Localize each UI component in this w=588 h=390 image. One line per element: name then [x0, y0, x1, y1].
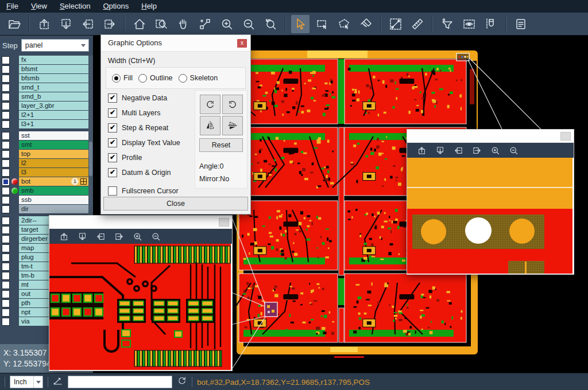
zoom-out-button[interactable] — [239, 15, 258, 33]
layer-visibility-checkbox[interactable] — [2, 299, 10, 307]
zoom-window-right[interactable] — [407, 129, 574, 275]
pan-right-button[interactable] — [470, 144, 483, 157]
layer-visibility-checkbox[interactable] — [2, 290, 10, 298]
pan-down-button[interactable] — [433, 144, 447, 157]
layer-row-l2[interactable]: l2 — [0, 159, 88, 167]
layer-visibility-checkbox[interactable] — [2, 217, 10, 225]
checkbox-display-text-value[interactable]: ✔Display Text Value — [108, 138, 180, 147]
reset-button[interactable]: Reset — [199, 138, 243, 152]
clean-brush-button[interactable] — [357, 15, 375, 33]
layer-row-l2+1[interactable]: l2+1 — [0, 111, 88, 119]
layer-visibility-checkbox[interactable] — [2, 159, 10, 167]
layer-visibility-checkbox[interactable] — [2, 253, 10, 262]
pan-right-button[interactable] — [100, 15, 119, 33]
layer-row-bfsmb[interactable]: bfsmb — [0, 74, 88, 83]
rotate-cw-button[interactable] — [200, 95, 220, 114]
zoom-area-button[interactable] — [152, 15, 171, 33]
layer-visibility-checkbox[interactable] — [2, 93, 10, 101]
zoom-previous-button[interactable] — [261, 15, 280, 33]
radio-skeleton[interactable]: Skeleton — [179, 74, 218, 83]
zoom-in-button[interactable] — [488, 144, 502, 157]
zoom-window-viewport[interactable] — [407, 158, 572, 274]
layer-row-l3+1[interactable]: l3+1 — [0, 120, 88, 128]
layer-row-sst[interactable]: sst — [0, 131, 88, 140]
layer-visibility-checkbox[interactable] — [2, 65, 10, 73]
layer-visibility-checkbox[interactable] — [2, 120, 10, 128]
layer-visibility-checkbox[interactable] — [2, 75, 10, 83]
layer-visibility-checkbox[interactable] — [2, 272, 10, 280]
menu-view[interactable]: View — [25, 0, 53, 13]
layer-visibility-checkbox[interactable] — [2, 56, 10, 64]
layer-row-smd_b[interactable]: smd_b — [0, 92, 88, 101]
open-folder-button[interactable] — [5, 15, 24, 33]
layer-row-ssb[interactable]: ssb — [0, 196, 88, 204]
close-icon[interactable]: x — [237, 39, 247, 48]
layer-visibility-checkbox[interactable] — [2, 187, 10, 195]
menu-selection[interactable]: Selection — [53, 0, 96, 13]
pan-left-button[interactable] — [94, 230, 107, 243]
layer-visibility-checkbox[interactable] — [2, 205, 10, 213]
checkbox-multi-layers[interactable]: ✔Multi Layers — [108, 108, 160, 118]
menu-options[interactable]: Options — [96, 0, 135, 13]
layer-row-smt[interactable]: smt — [0, 141, 88, 149]
radio-outline[interactable]: Outline — [138, 74, 173, 83]
zoom-window-title-bar[interactable] — [49, 216, 232, 229]
checkbox-profile[interactable]: ✔Profile — [108, 153, 142, 162]
close-button[interactable]: Close — [103, 197, 248, 210]
polygon-select-button[interactable] — [335, 15, 353, 33]
layer-row-fx[interactable]: fx — [0, 56, 88, 64]
view-box-button[interactable] — [460, 15, 478, 33]
layer-row-dir[interactable]: dir — [0, 205, 88, 213]
dialog-title-bar[interactable]: Graphic Options x — [101, 35, 250, 52]
pan-up-button[interactable] — [57, 230, 71, 243]
checkbox-negative-data[interactable]: ✔Negative Data — [108, 93, 167, 103]
checkbox-step-repeat[interactable]: ✔Step & Repeat — [108, 123, 168, 132]
layer-row-l3[interactable]: l3 — [0, 168, 88, 177]
layer-row-smd_t[interactable]: smd_t — [0, 83, 88, 92]
layer-visibility-checkbox[interactable] — [2, 226, 10, 234]
pan-up-button[interactable] — [35, 15, 53, 33]
zoom-window-viewport[interactable] — [49, 244, 231, 370]
layer-row-bfsmt[interactable]: bfsmt — [0, 65, 88, 73]
zoom-window-left[interactable] — [49, 215, 233, 371]
mirror-horizontal-button[interactable] — [200, 116, 220, 135]
pan-down-button[interactable] — [75, 230, 89, 243]
snap-magnet-button[interactable] — [482, 15, 500, 33]
layer-row-smb[interactable]: smb — [0, 186, 88, 195]
home-button[interactable] — [130, 15, 149, 33]
menu-help[interactable]: Help — [135, 0, 163, 13]
scrollbar-thumb[interactable] — [89, 142, 92, 176]
form-panel-button[interactable] — [512, 15, 530, 33]
radio-fill[interactable]: Fill — [112, 74, 133, 83]
layer-visibility-checkbox[interactable] — [2, 281, 10, 289]
layer-visibility-checkbox[interactable] — [2, 178, 10, 186]
pan-down-button[interactable] — [57, 15, 75, 33]
layer-row-layer_3.gbr[interactable]: layer_3.gbr — [0, 102, 88, 110]
zoom-window-title-bar[interactable] — [407, 130, 574, 143]
layer-visibility-checkbox[interactable] — [2, 150, 10, 158]
layer-visibility-checkbox[interactable] — [2, 84, 10, 92]
layer-visibility-checkbox[interactable] — [2, 141, 10, 149]
rotate-ccw-button[interactable] — [222, 95, 243, 114]
pan-up-button[interactable] — [415, 144, 428, 157]
rect-select-button[interactable] — [313, 15, 331, 33]
layer-visibility-checkbox[interactable] — [2, 169, 10, 177]
pan-hand-button[interactable] — [174, 15, 192, 33]
layer-visibility-checkbox[interactable] — [2, 111, 10, 119]
layer-row-bot[interactable]: bot1 — [0, 177, 88, 186]
popup-close-button[interactable] — [219, 218, 229, 227]
cursor-select-button[interactable] — [291, 15, 310, 33]
command-input[interactable] — [68, 376, 172, 388]
refresh-icon[interactable] — [177, 376, 187, 388]
layer-visibility-checkbox[interactable] — [2, 244, 10, 252]
checkbox-fullscreen-cursor[interactable]: Fullscreen Cursor — [108, 186, 179, 196]
angle-corner-icon[interactable] — [53, 376, 63, 388]
filter-button[interactable] — [438, 15, 457, 33]
zoom-in-button[interactable] — [130, 230, 144, 243]
popup-close-button[interactable] — [560, 132, 571, 141]
layer-visibility-checkbox[interactable] — [2, 235, 10, 243]
layer-visibility-checkbox[interactable] — [2, 102, 10, 110]
zoom-in-button[interactable] — [218, 15, 236, 33]
layer-row-top[interactable]: top — [0, 150, 88, 158]
measure-line-button[interactable] — [386, 15, 405, 33]
